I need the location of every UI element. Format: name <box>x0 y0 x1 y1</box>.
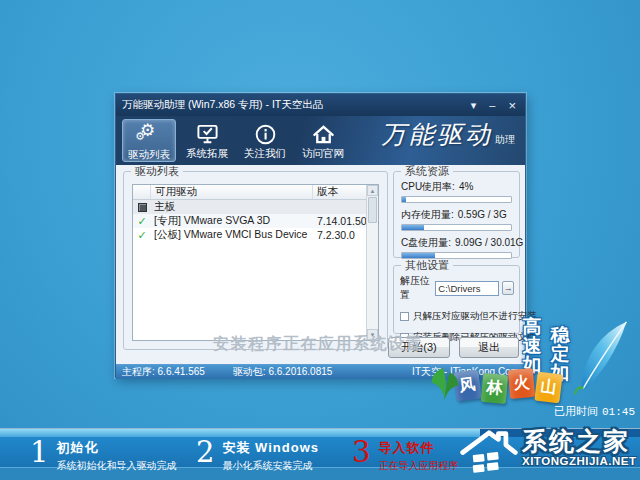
sprout-icon <box>428 366 461 407</box>
gears-icon: ⚙⚙ <box>136 122 162 147</box>
elapsed-time: 已用时间01:45 <box>554 404 635 419</box>
driver-version: 7.2.30.0 <box>313 229 368 241</box>
checkbox-extract-only[interactable]: 只解压对应驱动但不进行安装 <box>400 310 514 323</box>
main-program-version: 主程序: 6.6.41.565 <box>122 365 205 379</box>
vertical-scrollbar[interactable]: ▲ ▼ <box>366 185 378 340</box>
site-watermark: 系统之家 XITONGZHIJIA.NET <box>458 428 637 477</box>
table-row-driver[interactable]: ✓ [专用] VMware SVGA 3D 7.14.01.5025 <box>133 214 378 228</box>
window-title: 万能驱动助理 (Win7.x86 专用) - IT天空出品 <box>122 98 471 112</box>
flag-fire: 火 <box>508 368 535 399</box>
scrollbar-thumb[interactable] <box>368 197 377 223</box>
app-logo: 万能驱动助理 <box>381 118 515 151</box>
elapsed-time-value: 01:45 <box>602 406 635 418</box>
column-available-drivers[interactable]: 可用驱动 <box>151 185 313 199</box>
overall-progress-fill <box>0 429 480 437</box>
driver-name: [公板] VMware VMCI Bus Device <box>151 228 313 242</box>
cpu-usage: CPU使用率:4% <box>401 180 512 203</box>
check-icon: ✓ <box>137 216 146 227</box>
column-version[interactable]: 版本 <box>313 185 368 199</box>
system-resources-groupbox: 系统资源 CPU使用率:4% 内存使用量:0.59G / 3G C盘使用量:9.… <box>393 171 520 258</box>
minimize-icon[interactable]: – <box>489 100 495 111</box>
slogan-text-left: 高速如 <box>521 317 543 374</box>
driver-table[interactable]: 可用驱动 版本 主板 ✓ [专用] VMware SVGA 3D 7.14.01… <box>132 184 379 341</box>
table-row-group-motherboard[interactable]: 主板 <box>133 200 378 214</box>
home-icon <box>312 122 335 146</box>
step-install-windows: 2 安装 Windows最小化系统安装完成 <box>196 439 319 473</box>
toolbar-button-visit-website[interactable]: 访问官网 <box>296 119 350 162</box>
cpu-usage-bar <box>401 196 512 203</box>
flag-mountain: 山 <box>534 372 562 404</box>
step-initialize: 1 初始化系统初始化和导入驱动完成 <box>30 439 176 473</box>
monitor-check-icon <box>196 122 219 146</box>
brand-calligraphy: 万能驱动 <box>381 120 493 149</box>
setup-progress-watermark: 安装程序正在应用系统设置 <box>213 334 423 355</box>
table-row-driver[interactable]: ✓ [公板] VMware VMCI Bus Device 7.2.30.0 <box>133 228 378 242</box>
toolbar: ⚙⚙ 驱动列表 系统拓展 关注我们 访问官网 <box>116 116 525 165</box>
driver-pack-version: 驱动包: 6.6.2016.0815 <box>233 365 333 379</box>
feather-icon <box>572 320 632 401</box>
other-settings-groupbox: 其他设置 解压位置 → 只解压对应驱动但不进行安装 安装后删除已解压的驱动文件 <box>393 265 520 334</box>
disk-usage: C盘使用量:9.09G / 30.01G <box>401 236 512 259</box>
memory-usage-bar <box>401 224 512 231</box>
disk-usage-bar <box>401 252 512 259</box>
step-import-software: 3 导入软件正在导入应用程序 <box>352 439 458 473</box>
close-icon[interactable]: × <box>508 100 516 111</box>
menu-arrow-icon[interactable]: ▾ <box>471 100 477 111</box>
toolbar-button-driver-list[interactable]: ⚙⚙ 驱动列表 <box>122 119 176 162</box>
checkbox-icon[interactable] <box>400 312 409 321</box>
site-watermark-title: 系统之家 <box>522 428 637 454</box>
motherboard-icon <box>138 203 147 212</box>
exit-button[interactable]: 退出 <box>459 337 519 358</box>
desktop-background: 万能驱动助理 (Win7.x86 专用) - IT天空出品 ▾ – × ⚙⚙ 驱… <box>0 0 640 480</box>
toolbar-button-about-us[interactable]: 关注我们 <box>238 119 292 162</box>
driver-version: 7.14.01.5025 <box>313 215 368 227</box>
driver-list-legend: 驱动列表 <box>131 165 183 178</box>
driver-name: [专用] VMware SVGA 3D <box>151 214 313 228</box>
browse-arrow-button[interactable]: → <box>502 281 514 295</box>
extract-path-input[interactable] <box>435 281 499 296</box>
site-watermark-url: XITONGZHIJIA.NET <box>522 455 637 467</box>
memory-usage: 内存使用量:0.59G / 3G <box>401 208 512 231</box>
flag-forest: 林 <box>481 373 508 404</box>
driver-list-groupbox: 驱动列表 可用驱动 版本 主板 ✓ [专用] VMware SVGA 3D <box>123 171 388 350</box>
toolbar-button-system-extend[interactable]: 系统拓展 <box>180 119 234 162</box>
extract-path-label: 解压位置 <box>400 274 432 302</box>
driver-table-header[interactable]: 可用驱动 版本 <box>133 185 378 200</box>
house-icon <box>458 428 520 477</box>
scroll-up-icon[interactable]: ▲ <box>367 185 378 196</box>
titlebar[interactable]: 万能驱动助理 (Win7.x86 专用) - IT天空出品 ▾ – × <box>116 94 525 116</box>
info-icon <box>254 122 277 146</box>
check-icon: ✓ <box>137 230 146 241</box>
